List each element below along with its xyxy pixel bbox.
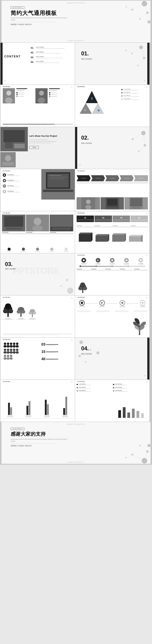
conn-bar: [81, 266, 96, 266]
thanks-copyright-top: Copyright © http:www.pptstore.net: [2, 424, 150, 425]
dl-label-1: ● Your Title Here: [78, 384, 90, 384]
svg-point-38: [5, 155, 11, 161]
plant-illus: [76, 282, 89, 294]
icon-item-4: Your Title Here: [3, 190, 33, 193]
item-title-2: 请输入你的标题: [36, 51, 72, 53]
svg-rect-149: [141, 413, 144, 418]
tl-bar-2: [124, 93, 138, 94]
bi-bar-2: [21, 251, 26, 252]
bi-circle-2: [22, 248, 25, 251]
svg-point-111: [6, 345, 10, 348]
person2-info: [49, 88, 61, 97]
dl-bar-5: [115, 388, 127, 388]
bt-bar-4b: [130, 227, 148, 228]
dl-item-2: ● Your Title Here: [76, 387, 112, 388]
block-texts: Your Title Here Your Title Here Your Tit…: [76, 225, 148, 228]
svg-point-116: [16, 342, 18, 345]
leaf-illus: [132, 318, 147, 336]
slide-stats: Your Title Here ❄: [0, 338, 75, 380]
project-photo-small: [0, 152, 16, 167]
bc-bl-4: [62, 416, 68, 417]
item-num-3: 03.: [31, 56, 35, 58]
block-num-4: 04: [131, 217, 147, 219]
block-bar-2: [95, 220, 111, 220]
stat-bar-1b: [46, 345, 55, 346]
svg-marker-82: [129, 235, 143, 236]
tbt-bar-4b: [120, 270, 134, 271]
dl-text-4: ● Your Title Here: [115, 384, 127, 385]
ti-icon-3: [111, 259, 113, 261]
person2-photo: [36, 88, 48, 104]
cr-2: Your Title Here: [98, 300, 107, 307]
bi-bar-3: [35, 251, 40, 252]
svg-point-128: [4, 355, 6, 357]
laptop-svg: [41, 169, 75, 200]
p1-line2: [16, 90, 24, 91]
p2-name: [49, 88, 60, 89]
bc-bar-3a: [45, 400, 47, 415]
tl-text-3: ● Your Title Here: [124, 95, 138, 97]
svg-line-88: [61, 280, 67, 286]
cd-3: [115, 311, 128, 312]
project-button[interactable]: 了解更多: [29, 146, 39, 149]
item-bar-3: [36, 58, 63, 58]
slide-icon-list: Your Title Here ❄: [0, 169, 75, 211]
dl-dot-3: [76, 390, 78, 392]
p1-icon-1: [16, 92, 18, 94]
slide-icon-toolbar: Your Title Here ❄ Your Title Here Your T…: [75, 254, 150, 295]
section03-num: 03.: [5, 261, 12, 268]
tbt-bar-5a: [134, 270, 148, 270]
ti-2: Your Title Here: [96, 258, 100, 265]
tl-item-1: ● Your Title Here: [121, 89, 147, 90]
bc-bar-4b: [65, 397, 67, 415]
iconlist-title: Your Title Here: [3, 170, 10, 172]
stat-num-3: 40: [41, 357, 46, 361]
row-10: Your Title Here ❄ Your Title Here: [0, 380, 152, 422]
dl-bar-2: [78, 388, 90, 388]
bc-bl-3: [44, 416, 50, 417]
chevron-text-5: [134, 182, 148, 184]
cr-line-3: [127, 304, 138, 304]
person2-svg: [36, 88, 48, 104]
row-4: Let's Show You Our Project 了解更多: [0, 127, 152, 169]
item-lines-1: 请输入你的标题: [36, 46, 72, 49]
svg-point-130: [7, 355, 9, 357]
bars-row: [3, 124, 72, 124]
bt-3: Your Title Here: [113, 225, 130, 228]
svg-line-142: [90, 350, 98, 353]
cd-spacer-2: [110, 311, 114, 312]
dl-text-3: ● Your Title Here: [78, 390, 90, 392]
p1-social: [16, 92, 28, 97]
chevron-3: Your Title Here: [105, 175, 119, 181]
p2-icon-3: [49, 96, 50, 97]
svg-point-91: [78, 286, 82, 290]
pl-2: Your Title Here: [26, 232, 49, 234]
bc-label-2: Your Title Here: [26, 416, 31, 416]
dotlist-title: Your Title Here: [77, 381, 85, 382]
cr-circle-2: [100, 300, 105, 306]
bottom-icons: [2, 248, 73, 252]
p2-social-text-3: [51, 96, 57, 97]
content-items: 01. 请输入你的标题 02. 请输入你的标题 03.: [31, 46, 72, 66]
cp-svg-1: [76, 197, 100, 210]
thanks-subtitle: Colorspot Studio Provide You With Minima…: [11, 438, 72, 442]
p2-icon-2: [49, 94, 50, 95]
tl-item-4: ● Your Title Here: [121, 98, 147, 100]
snowflake-9: ❄: [146, 212, 147, 214]
cd-bar-4b: [134, 312, 147, 312]
ct-bar-4: [120, 182, 134, 183]
icon-item-3: Your Title Here: [3, 184, 33, 188]
section02-network: [119, 127, 150, 158]
bt-2: Your Title Here: [94, 225, 112, 228]
ti-circle-2: [96, 258, 100, 262]
tl-label-2: ● Your Title Here: [124, 92, 138, 93]
toolbar-icons: Your Title Here Your Title Here Your Tit…: [76, 258, 148, 265]
tree-label-3: Your Title Here: [28, 318, 36, 319]
svg-rect-35: [5, 142, 12, 148]
cr-label-1: Your Title Here: [77, 306, 86, 307]
svg-line-10: [148, 13, 149, 22]
cd-bar-3b: [115, 312, 128, 312]
chevron-label-1: Your Title Here: [81, 178, 86, 179]
bi-circle-5: [64, 248, 68, 251]
svg-rect-145: [123, 407, 126, 418]
